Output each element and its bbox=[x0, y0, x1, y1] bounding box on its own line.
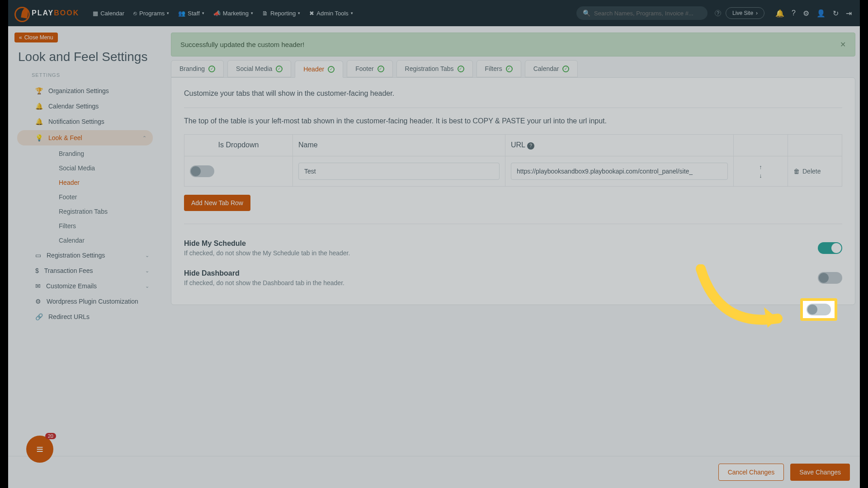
hide-dashboard-toggle-highlighted[interactable] bbox=[807, 304, 831, 315]
check-icon: ✓ bbox=[328, 66, 335, 73]
is-dropdown-toggle[interactable] bbox=[190, 165, 214, 177]
chevron-down-icon: ▾ bbox=[251, 11, 253, 15]
sidebar-sub-filters[interactable]: Filters bbox=[14, 219, 156, 233]
bell-icon[interactable]: 🔔 bbox=[775, 9, 784, 18]
chevron-left-icon: « bbox=[19, 34, 22, 41]
move-up-button[interactable]: ↑ bbox=[759, 164, 762, 170]
panel-description-1: Customize your tabs that will show in th… bbox=[184, 89, 842, 98]
search-box[interactable]: 🔍 bbox=[576, 6, 708, 20]
check-icon: ✓ bbox=[562, 66, 569, 72]
check-icon: ✓ bbox=[208, 66, 215, 72]
bell-icon: 🔔 bbox=[35, 103, 43, 110]
sidebar-item-wordpress[interactable]: ⚙Wordpress Plugin Customization bbox=[14, 294, 156, 309]
trophy-icon: 🏆 bbox=[35, 87, 43, 94]
sidebar-sub-branding[interactable]: Branding bbox=[14, 146, 156, 161]
hide-schedule-toggle[interactable] bbox=[818, 242, 842, 254]
marketing-icon: 📣 bbox=[213, 10, 221, 17]
sidebar-item-notification-settings[interactable]: 🔔Notification Settings bbox=[14, 114, 156, 129]
history-icon[interactable]: ↻ bbox=[833, 9, 839, 18]
bulb-icon: 💡 bbox=[35, 134, 43, 141]
sidebar-sub-footer[interactable]: Footer bbox=[14, 190, 156, 204]
tab-calendar[interactable]: Calendar✓ bbox=[525, 60, 578, 77]
chevron-down-icon: ▾ bbox=[351, 11, 353, 15]
success-alert: Successfully updated the custom header! … bbox=[171, 33, 855, 56]
sidebar-item-transaction[interactable]: $Transaction Fees⌄ bbox=[14, 263, 156, 278]
tab-url-input[interactable] bbox=[511, 163, 728, 180]
hide-schedule-title: Hide My Schedule bbox=[184, 239, 350, 248]
save-changes-button[interactable]: Save Changes bbox=[790, 464, 850, 481]
hide-schedule-sub: If checked, do not show the My Schedule … bbox=[184, 249, 350, 257]
logout-icon[interactable]: ⇥ bbox=[846, 9, 852, 18]
tabs-table: Is Dropdown Name URL? ↑↓ bbox=[184, 134, 842, 187]
sidebar-item-emails[interactable]: ✉Customize Emails⌄ bbox=[14, 278, 156, 294]
tab-name-input[interactable] bbox=[298, 163, 500, 180]
search-input[interactable] bbox=[594, 10, 701, 17]
delete-row-button[interactable]: 🗑Delete bbox=[793, 168, 836, 175]
tab-footer[interactable]: Footer✓ bbox=[347, 60, 392, 77]
sidebar-sub-calendar[interactable]: Calendar bbox=[14, 233, 156, 248]
annotation-highlight bbox=[800, 298, 837, 321]
hide-dashboard-toggle[interactable] bbox=[818, 272, 842, 284]
logo[interactable]: PLAYBOOK bbox=[16, 7, 79, 19]
sidebar-item-org-settings[interactable]: 🏆Organization Settings bbox=[14, 83, 156, 99]
main-panel: Successfully updated the custom header! … bbox=[171, 26, 860, 488]
check-icon: ✓ bbox=[458, 66, 464, 72]
sidebar: «Close Menu Look and Feel Settings SETTI… bbox=[8, 26, 171, 488]
logo-icon bbox=[16, 7, 29, 19]
close-menu-button[interactable]: «Close Menu bbox=[14, 33, 58, 42]
chevron-down-icon: ▾ bbox=[298, 11, 300, 15]
cancel-changes-button[interactable]: Cancel Changes bbox=[718, 464, 784, 481]
th-name: Name bbox=[293, 135, 505, 156]
live-site-button[interactable]: Live Site› bbox=[726, 7, 764, 19]
nav-reporting[interactable]: 🗎Reporting▾ bbox=[262, 10, 300, 17]
user-add-icon[interactable]: 👤 bbox=[816, 9, 826, 18]
tab-reg-tabs[interactable]: Registration Tabs✓ bbox=[396, 60, 473, 77]
chat-icon: ≡ bbox=[36, 442, 43, 456]
sidebar-sub-social[interactable]: Social Media bbox=[14, 161, 156, 175]
calendar-icon: ▦ bbox=[93, 10, 98, 17]
th-is-dropdown: Is Dropdown bbox=[184, 135, 293, 156]
sidebar-item-registration[interactable]: ▭Registration Settings⌄ bbox=[14, 248, 156, 263]
chevron-down-icon: ⌄ bbox=[145, 253, 149, 258]
help-icon[interactable]: ? bbox=[792, 9, 796, 18]
alert-close-button[interactable]: ✕ bbox=[840, 40, 846, 49]
tab-filters[interactable]: Filters✓ bbox=[476, 60, 521, 77]
sidebar-item-calendar-settings[interactable]: 🔔Calendar Settings bbox=[14, 99, 156, 114]
chevron-down-icon: ⌄ bbox=[145, 283, 149, 289]
th-delete bbox=[788, 135, 842, 156]
sidebar-sub-reg-tabs[interactable]: Registration Tabs bbox=[14, 204, 156, 219]
dollar-icon: $ bbox=[35, 267, 39, 274]
nav-marketing[interactable]: 📣Marketing▾ bbox=[213, 10, 253, 17]
hide-dashboard-sub: If checked, do not show the Dashboard ta… bbox=[184, 279, 344, 286]
sidebar-sub-header[interactable]: Header bbox=[14, 175, 156, 190]
footer-bar: Cancel Changes Save Changes bbox=[8, 456, 860, 488]
top-icons: 🔔 ? ⚙ 👤 ↻ ⇥ bbox=[775, 9, 852, 18]
nav-calendar[interactable]: ▦Calendar bbox=[93, 10, 124, 17]
chat-widget[interactable]: ≡ 20 bbox=[26, 436, 53, 463]
link-icon: 🔗 bbox=[35, 313, 43, 320]
page-title: Look and Feel Settings bbox=[18, 50, 156, 64]
sidebar-item-look-feel[interactable]: 💡Look & Feel⌃ bbox=[17, 130, 153, 145]
tools-icon: ✖ bbox=[309, 10, 314, 17]
help-icon[interactable]: ? bbox=[527, 142, 534, 150]
sidebar-item-redirect[interactable]: 🔗Redirect URLs bbox=[14, 309, 156, 324]
settings-section-label: SETTINGS bbox=[32, 72, 156, 78]
tab-branding[interactable]: Branding✓ bbox=[171, 60, 224, 77]
nav-programs[interactable]: ⎋Programs▾ bbox=[133, 10, 169, 17]
chevron-up-icon: ⌃ bbox=[142, 135, 146, 141]
nav-admin-tools[interactable]: ✖Admin Tools▾ bbox=[309, 10, 353, 17]
tab-social[interactable]: Social Media✓ bbox=[227, 60, 291, 77]
panel-description-2: The top of the table is your left-most t… bbox=[184, 117, 842, 125]
chat-badge: 20 bbox=[45, 433, 56, 439]
nav-staff[interactable]: 👥Staff▾ bbox=[178, 10, 204, 17]
trash-icon: 🗑 bbox=[793, 168, 800, 175]
hide-schedule-row: Hide My Schedule If checked, do not show… bbox=[184, 233, 842, 263]
move-down-button[interactable]: ↓ bbox=[759, 172, 762, 179]
tabs: Branding✓ Social Media✓ Header✓ Footer✓ … bbox=[171, 60, 855, 77]
gear-icon[interactable]: ⚙ bbox=[803, 9, 809, 18]
tab-header[interactable]: Header✓ bbox=[295, 61, 343, 78]
check-icon: ✓ bbox=[506, 66, 513, 72]
search-icon: 🔍 bbox=[583, 9, 590, 17]
help-small-icon[interactable]: ? bbox=[715, 10, 721, 16]
add-tab-row-button[interactable]: Add New Tab Row bbox=[184, 195, 250, 211]
